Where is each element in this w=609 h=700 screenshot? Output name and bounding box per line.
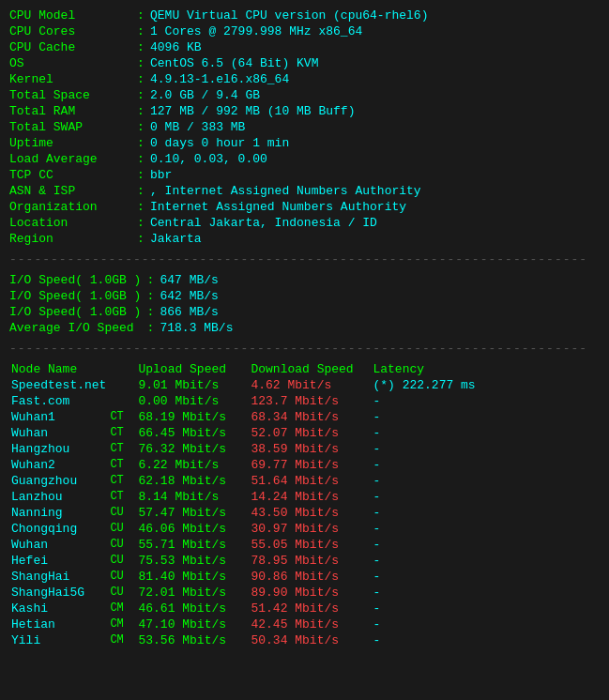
sep: : bbox=[131, 39, 150, 55]
network-node: Speedtest.net bbox=[9, 377, 108, 393]
network-upload: 68.19 Mbit/s bbox=[136, 409, 249, 425]
total-ram-row: Total RAM : 127 MB / 992 MB (10 MB Buff) bbox=[9, 103, 600, 119]
header-isp bbox=[108, 361, 136, 377]
network-download: 14.24 Mbit/s bbox=[249, 489, 371, 505]
network-download: 69.77 Mbit/s bbox=[249, 457, 371, 473]
io-speed1-label: I/O Speed( 1.0GB ) bbox=[9, 272, 141, 288]
cpu-model-value: QEMU Virtual CPU version (cpu64-rhel6) bbox=[150, 8, 600, 23]
network-upload: 57.47 Mbit/s bbox=[136, 505, 249, 521]
kernel-label: Kernel bbox=[9, 71, 131, 87]
sep: : bbox=[141, 272, 160, 288]
network-upload: 55.71 Mbit/s bbox=[136, 537, 249, 553]
network-upload: 0.00 Mbit/s bbox=[136, 393, 249, 409]
network-upload: 53.56 Mbit/s bbox=[136, 632, 249, 648]
network-isp: CU bbox=[108, 521, 136, 537]
network-upload: 47.10 Mbit/s bbox=[136, 616, 249, 632]
cpu-cores-value: 1 Cores @ 2799.998 MHz x86_64 bbox=[150, 23, 600, 39]
io-speed2-value: 642 MB/s bbox=[160, 288, 600, 304]
network-row: HangzhouCT76.32 Mbit/s38.59 Mbit/s- bbox=[9, 441, 600, 457]
org-label: Organization bbox=[9, 199, 131, 215]
network-row: NanningCU57.47 Mbit/s43.50 Mbit/s- bbox=[9, 505, 600, 521]
sep: : bbox=[131, 151, 150, 167]
io-avg-row: Average I/O Speed : 718.3 MB/s bbox=[9, 320, 600, 336]
network-upload: 9.01 Mbit/s bbox=[136, 377, 249, 393]
header-node: Node Name bbox=[9, 361, 108, 377]
network-node: Hetian bbox=[9, 616, 108, 632]
cpu-cores-row: CPU Cores : 1 Cores @ 2799.998 MHz x86_6… bbox=[9, 23, 600, 39]
network-isp: CT bbox=[108, 473, 136, 489]
network-upload: 72.01 Mbit/s bbox=[136, 585, 249, 601]
network-row: GuangzhouCT62.18 Mbit/s51.64 Mbit/s- bbox=[9, 473, 600, 489]
network-latency: - bbox=[371, 505, 600, 521]
sep: : bbox=[131, 183, 150, 199]
network-latency: - bbox=[371, 632, 600, 648]
header-upload: Upload Speed bbox=[136, 361, 249, 377]
network-latency: - bbox=[371, 425, 600, 441]
load-avg-value: 0.10, 0.03, 0.00 bbox=[150, 151, 600, 167]
cpu-cache-label: CPU Cache bbox=[9, 39, 131, 55]
load-avg-row: Load Average : 0.10, 0.03, 0.00 bbox=[9, 151, 600, 167]
io-speed3-row: I/O Speed( 1.0GB ) : 866 MB/s bbox=[9, 304, 600, 320]
sep: : bbox=[131, 8, 150, 23]
network-download: 38.59 Mbit/s bbox=[249, 441, 371, 457]
cpu-cache-value: 4096 KB bbox=[150, 39, 600, 55]
network-row: Fast.com0.00 Mbit/s123.7 Mbit/s- bbox=[9, 393, 600, 409]
network-node: Nanning bbox=[9, 505, 108, 521]
network-upload: 46.61 Mbit/s bbox=[136, 601, 249, 616]
network-upload: 46.06 Mbit/s bbox=[136, 521, 249, 537]
network-upload: 76.32 Mbit/s bbox=[136, 441, 249, 457]
location-value: Central Jakarta, Indonesia / ID bbox=[150, 215, 600, 231]
network-node: Hangzhou bbox=[9, 441, 108, 457]
cpu-cores-label: CPU Cores bbox=[9, 23, 131, 39]
sep: : bbox=[131, 119, 150, 135]
network-latency: - bbox=[371, 553, 600, 569]
sep: : bbox=[131, 103, 150, 119]
network-latency: - bbox=[371, 569, 600, 585]
network-row: KashiCM46.61 Mbit/s51.42 Mbit/s- bbox=[9, 601, 600, 616]
os-label: OS bbox=[9, 55, 131, 71]
network-node: Wuhan bbox=[9, 425, 108, 441]
network-isp: CU bbox=[108, 553, 136, 569]
sep: : bbox=[141, 288, 160, 304]
sep: : bbox=[131, 71, 150, 87]
network-header-row: Node Name Upload Speed Download Speed La… bbox=[9, 361, 600, 377]
system-info-table: CPU Model : QEMU Virtual CPU version (cp… bbox=[9, 8, 600, 247]
org-row: Organization : Internet Assigned Numbers… bbox=[9, 199, 600, 215]
network-row: ChongqingCU46.06 Mbit/s30.97 Mbit/s- bbox=[9, 521, 600, 537]
cpu-cache-row: CPU Cache : 4096 KB bbox=[9, 39, 600, 55]
network-node: Wuhan bbox=[9, 537, 108, 553]
network-row: YiliCM53.56 Mbit/s50.34 Mbit/s- bbox=[9, 632, 600, 648]
total-swap-value: 0 MB / 383 MB bbox=[150, 119, 600, 135]
network-isp: CT bbox=[108, 441, 136, 457]
network-latency: - bbox=[371, 393, 600, 409]
header-latency: Latency bbox=[371, 361, 600, 377]
region-label: Region bbox=[9, 231, 131, 247]
sep: : bbox=[141, 304, 160, 320]
io-speed2-row: I/O Speed( 1.0GB ) : 642 MB/s bbox=[9, 288, 600, 304]
sep: : bbox=[131, 135, 150, 151]
network-row: LanzhouCT8.14 Mbit/s14.24 Mbit/s- bbox=[9, 489, 600, 505]
total-swap-row: Total SWAP : 0 MB / 383 MB bbox=[9, 119, 600, 135]
divider-2: ----------------------------------------… bbox=[9, 342, 600, 356]
network-download: 51.64 Mbit/s bbox=[249, 473, 371, 489]
network-latency: - bbox=[371, 521, 600, 537]
network-download: 123.7 Mbit/s bbox=[249, 393, 371, 409]
tcp-cc-row: TCP CC : bbr bbox=[9, 167, 600, 183]
network-isp bbox=[108, 393, 136, 409]
network-latency: - bbox=[371, 537, 600, 553]
asn-isp-row: ASN & ISP : , Internet Assigned Numbers … bbox=[9, 183, 600, 199]
io-speed1-row: I/O Speed( 1.0GB ) : 647 MB/s bbox=[9, 272, 600, 288]
network-node: Lanzhou bbox=[9, 489, 108, 505]
network-download: 90.86 Mbit/s bbox=[249, 569, 371, 585]
network-isp: CT bbox=[108, 457, 136, 473]
network-node: ShangHai5G bbox=[9, 585, 108, 601]
sep: : bbox=[131, 55, 150, 71]
sep: : bbox=[141, 320, 160, 336]
network-row: Wuhan2CT6.22 Mbit/s69.77 Mbit/s- bbox=[9, 457, 600, 473]
network-row: HefeiCU75.53 Mbit/s78.95 Mbit/s- bbox=[9, 553, 600, 569]
total-space-row: Total Space : 2.0 GB / 9.4 GB bbox=[9, 87, 600, 103]
org-value: Internet Assigned Numbers Authority bbox=[150, 199, 600, 215]
network-row: Speedtest.net9.01 Mbit/s4.62 Mbit/s(*) 2… bbox=[9, 377, 600, 393]
network-download: 52.07 Mbit/s bbox=[249, 425, 371, 441]
network-latency: - bbox=[371, 616, 600, 632]
